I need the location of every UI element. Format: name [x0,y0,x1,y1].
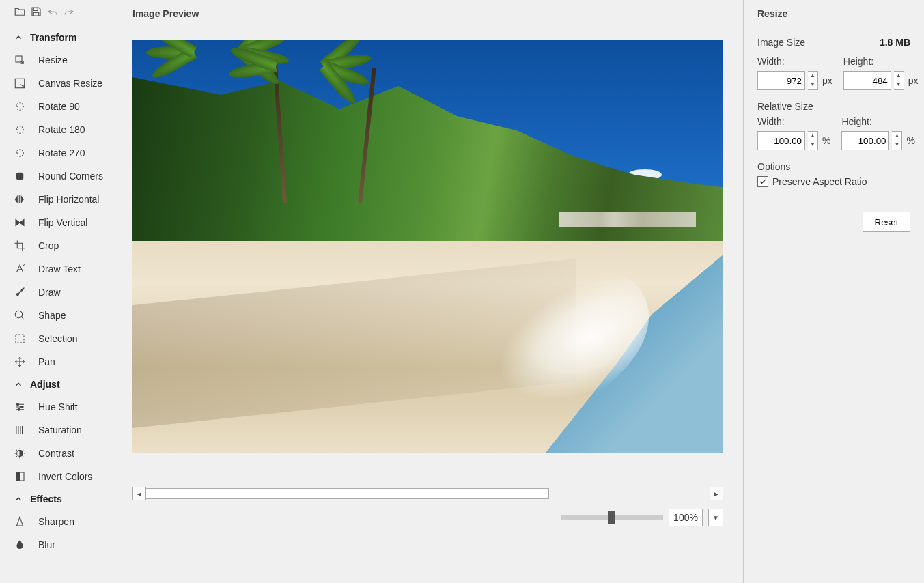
tool-label: Flip Vertical [38,217,87,228]
section-header-effects[interactable]: Effects [14,488,123,510]
invert-icon [14,470,26,483]
text-icon [14,263,26,275]
svg-point-5 [17,403,19,406]
zoom-thumb[interactable] [608,511,615,524]
save-icon[interactable] [30,5,42,20]
tool-selection[interactable]: Selection [14,327,123,350]
rel-height-spinner[interactable]: ▲▼ [892,131,902,150]
width-spinner[interactable]: ▲▼ [808,71,818,90]
tool-rotate-270[interactable]: Rotate 270 [14,141,123,165]
height-input[interactable] [843,71,891,90]
rotate-icon [14,100,26,113]
horizontal-scrollbar[interactable]: ◄ ► [132,487,723,500]
section-title: Adjust [30,379,60,390]
open-icon[interactable] [14,5,26,20]
preserve-aspect-checkbox[interactable] [757,176,768,187]
tool-label: Resize [38,55,68,66]
preserve-aspect-label: Preserve Aspect Ratio [772,176,867,187]
rotate-icon [14,147,26,159]
sel-icon [14,332,26,345]
tool-crop[interactable]: Crop [14,234,123,257]
zoom-dropdown[interactable]: ▼ [708,509,723,526]
tool-flip-v[interactable]: Flip Vertical [14,211,123,234]
rel-width-spinner[interactable]: ▲▼ [808,131,818,150]
tool-label: Rotate 270 [38,147,85,158]
height-spinner[interactable]: ▲▼ [894,71,904,90]
section-header-transform[interactable]: Transform [14,27,123,48]
tool-rotate-90[interactable]: Rotate 90 [14,95,123,118]
fliph-icon [14,193,26,205]
tool-draw-text[interactable]: Draw Text [14,257,123,281]
tool-saturation[interactable]: Saturation [14,418,123,442]
tool-canvas-resize[interactable]: Canvas Resize [14,72,123,95]
tool-sharpen[interactable]: Sharpen [14,510,123,533]
sidebar: TransformResizeCanvas ResizeRotate 90Rot… [0,0,123,583]
reset-button[interactable]: Reset [863,212,910,232]
tool-rotate-180[interactable]: Rotate 180 [14,118,123,141]
scroll-track[interactable] [146,488,549,499]
tool-label: Sharpen [38,516,74,527]
resize-icon [14,54,26,66]
tool-shape[interactable]: Shape [14,304,123,327]
tool-contrast[interactable]: Contrast [14,442,123,465]
tool-label: Crop [38,240,59,251]
round-icon [14,170,26,182]
svg-rect-9 [16,472,20,481]
pct-unit-2: % [906,135,914,146]
brush-icon [14,286,26,298]
chevron-up-icon [14,33,23,42]
scroll-right-button[interactable]: ► [710,487,723,500]
tool-blur[interactable]: Blur [14,533,123,556]
blur-icon [14,539,26,551]
rotate-icon [14,124,26,136]
svg-rect-10 [20,472,24,481]
tool-resize[interactable]: Resize [14,48,123,72]
shape-icon [14,309,26,322]
resize-panel: Resize Image Size 1.8 MB Width: ▲▼ px He… [744,0,924,583]
image-size-label: Image Size [757,37,805,48]
image-preview[interactable] [132,40,723,453]
section-title: Effects [30,494,62,504]
tool-label: Draw Text [38,264,81,274]
scroll-left-button[interactable]: ◄ [132,487,146,500]
bars-icon [14,424,26,436]
tool-invert[interactable]: Invert Colors [14,465,123,488]
rel-height-label: Height: [841,116,914,127]
chevron-up-icon [14,494,23,504]
tool-pan[interactable]: Pan [14,350,123,373]
section-header-adjust[interactable]: Adjust [14,373,123,395]
width-label: Width: [757,56,832,67]
tool-label: Blur [38,539,55,550]
contrast-icon [14,447,26,459]
tool-label: Saturation [38,425,82,436]
width-input[interactable] [757,71,805,90]
zoom-value[interactable]: 100% [669,509,703,526]
tool-label: Flip Horizontal [38,194,99,205]
redo-icon[interactable] [63,5,75,20]
tool-label: Pan [38,356,55,367]
section-title: Transform [30,32,76,43]
undo-icon[interactable] [46,5,59,20]
tool-flip-h[interactable]: Flip Horizontal [14,188,123,211]
tool-draw[interactable]: Draw [14,281,123,304]
canvas-icon [14,77,26,89]
image-size-value: 1.8 MB [880,37,910,48]
sliders-icon [14,401,26,413]
zoom-slider[interactable] [561,515,663,520]
svg-rect-2 [16,173,24,180]
tool-label: Invert Colors [38,471,92,482]
svg-point-7 [18,408,20,410]
svg-rect-4 [16,335,24,343]
sharpen-icon [14,515,26,528]
svg-point-6 [21,406,23,408]
rel-width-input[interactable] [757,131,805,150]
options-label: Options [757,161,910,172]
zoom-controls: 100% ▼ [132,509,723,526]
px-unit: px [822,75,832,86]
tool-round-corners[interactable]: Round Corners [14,165,123,188]
rel-height-input[interactable] [841,131,889,150]
tool-hue[interactable]: Hue Shift [14,395,123,418]
preview-title: Image Preview [132,8,733,19]
file-toolbar [14,5,123,20]
tool-label: Hue Shift [38,401,78,412]
